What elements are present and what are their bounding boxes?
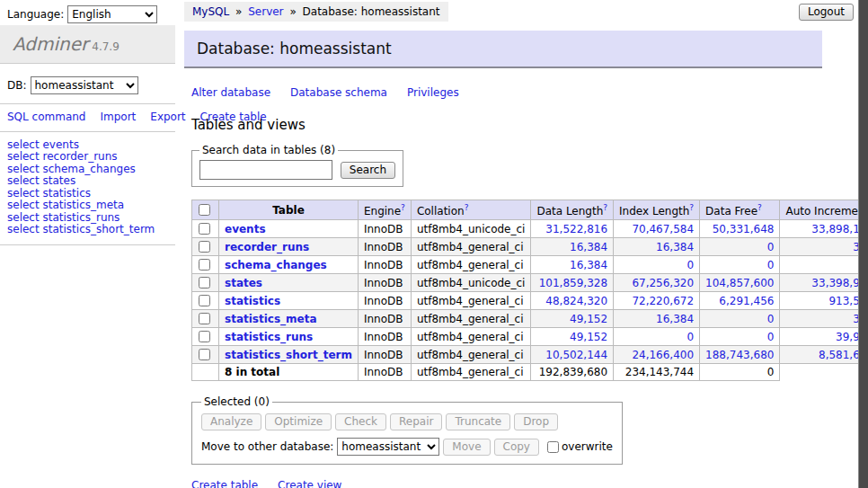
table-link-statistics[interactable]: statistics: [225, 295, 280, 307]
sidebar-table-statistics-short-term[interactable]: statistics_short_term: [42, 223, 155, 235]
repair-button[interactable]: Repair: [390, 413, 442, 430]
sidebar-table-events[interactable]: events: [42, 138, 78, 151]
optimize-button[interactable]: Optimize: [265, 413, 332, 430]
sidebar-select-recorder-runs[interactable]: select: [7, 150, 40, 163]
row-checkbox-states[interactable]: [199, 277, 210, 288]
sidebar-select-statistics-meta[interactable]: select: [7, 199, 40, 211]
sidebar-table-statistics-runs[interactable]: statistics_runs: [42, 211, 120, 224]
help-index-length-icon[interactable]: ?: [689, 203, 694, 212]
data-free-link[interactable]: 0: [767, 313, 775, 325]
index-length-link[interactable]: 70,467,584: [632, 223, 694, 235]
table-link-recorder-runs[interactable]: recorder_runs: [225, 241, 309, 253]
sidebar-table-row: select schema_changes: [7, 164, 168, 175]
table-link-statistics-runs[interactable]: statistics_runs: [225, 331, 313, 343]
db-select[interactable]: homeassistant: [31, 76, 138, 94]
db-link-alter-database[interactable]: Alter database: [191, 86, 270, 99]
data-length-link[interactable]: 101,859,328: [539, 277, 607, 289]
table-link-schema-changes[interactable]: schema_changes: [225, 259, 327, 271]
sidebar-table-statistics-meta[interactable]: statistics_meta: [42, 199, 124, 211]
create-link-create-table[interactable]: Create table: [191, 479, 258, 488]
data-free-link[interactable]: 6,291,456: [719, 295, 774, 307]
table-link-statistics-meta[interactable]: statistics_meta: [225, 313, 317, 325]
breadcrumb-separator: »: [289, 5, 296, 18]
move-button[interactable]: Move: [443, 439, 490, 456]
sidebar-select-events[interactable]: select: [7, 138, 40, 151]
index-length-link[interactable]: 0: [686, 331, 694, 343]
data-free-link[interactable]: 104,857,600: [705, 277, 774, 289]
total-data-free: 0: [700, 364, 780, 381]
index-length-link[interactable]: 0: [686, 259, 694, 271]
sidebar-link-sql-command[interactable]: SQL command: [7, 111, 85, 123]
create-link-create-view[interactable]: Create view: [278, 479, 341, 488]
table-link-statistics-short-term[interactable]: statistics_short_term: [225, 349, 352, 361]
table-link-events[interactable]: events: [225, 223, 266, 235]
data-free-link[interactable]: 50,331,648: [713, 223, 775, 235]
index-length-link[interactable]: 67,256,320: [632, 277, 694, 289]
help-data-length-icon[interactable]: ?: [603, 203, 607, 212]
help-data-free-icon[interactable]: ?: [757, 203, 762, 212]
breadcrumb-current: Database: homeassistant: [303, 5, 440, 18]
data-length-link[interactable]: 10,502,144: [545, 349, 607, 361]
language-select[interactable]: English: [67, 5, 157, 23]
collation-value: utf8mb4_general_ci: [411, 238, 531, 256]
overwrite-label: overwrite: [562, 440, 613, 453]
tables-overview-table: TableEngine?Collation?Data Length?Index …: [191, 200, 868, 381]
sidebar-select-statistics-runs[interactable]: select: [7, 211, 40, 224]
vertical-scrollbar[interactable]: [858, 0, 868, 488]
search-button[interactable]: Search: [341, 162, 395, 179]
data-free-link[interactable]: 0: [767, 241, 775, 253]
help-collation-icon[interactable]: ?: [465, 203, 469, 212]
engine-value: InnoDB: [358, 238, 411, 256]
analyze-button[interactable]: Analyze: [201, 413, 261, 430]
data-free-link[interactable]: 188,743,680: [705, 349, 774, 361]
help-engine-icon[interactable]: ?: [401, 203, 405, 212]
row-checkbox-statistics-meta[interactable]: [199, 313, 210, 324]
index-length-link[interactable]: 72,220,672: [632, 295, 694, 307]
data-length-link[interactable]: 48,824,320: [545, 295, 607, 307]
sidebar-table-statistics[interactable]: statistics: [42, 187, 91, 200]
data-length-link[interactable]: 16,384: [570, 259, 607, 271]
sidebar-table-row: select recorder_runs: [7, 151, 168, 163]
data-length-link[interactable]: 16,384: [570, 241, 607, 253]
copy-button[interactable]: Copy: [494, 439, 539, 456]
sidebar-select-states[interactable]: select: [7, 174, 40, 187]
sidebar-table-row: select statistics: [7, 188, 168, 200]
row-checkbox-events[interactable]: [199, 223, 210, 235]
data-free-link[interactable]: 0: [767, 259, 775, 271]
breadcrumb-mysql-link[interactable]: MySQL: [192, 5, 229, 18]
data-free-link[interactable]: 0: [767, 331, 775, 343]
search-input[interactable]: [199, 160, 332, 180]
sidebar: Adminer4.7.9 DB:homeassistant SQL comman…: [0, 25, 175, 245]
app-logo: Adminer4.7.9: [0, 25, 175, 64]
data-length-link[interactable]: 49,152: [570, 331, 607, 343]
index-length-link[interactable]: 16,384: [656, 313, 694, 325]
overwrite-checkbox[interactable]: [547, 441, 559, 453]
row-checkbox-statistics-short-term[interactable]: [199, 349, 210, 360]
move-db-select[interactable]: homeassistant: [337, 438, 439, 456]
breadcrumb-server-link[interactable]: Server: [248, 5, 283, 18]
row-checkbox-statistics-runs[interactable]: [199, 331, 210, 342]
sidebar-select-schema-changes[interactable]: select: [7, 163, 40, 175]
sidebar-table-states[interactable]: states: [42, 174, 75, 187]
sidebar-table-schema-changes[interactable]: schema_changes: [42, 163, 135, 175]
table-link-states[interactable]: states: [225, 277, 262, 289]
db-link-database-schema[interactable]: Database schema: [290, 86, 387, 99]
index-length-link[interactable]: 24,166,400: [632, 349, 694, 361]
sidebar-link-import[interactable]: Import: [100, 111, 136, 123]
sidebar-link-export[interactable]: Export: [150, 111, 185, 123]
data-length-link[interactable]: 49,152: [570, 313, 607, 325]
sidebar-select-statistics[interactable]: select: [7, 187, 40, 200]
row-checkbox-recorder-runs[interactable]: [199, 241, 210, 253]
db-link-privileges[interactable]: Privileges: [407, 86, 459, 99]
truncate-button[interactable]: Truncate: [446, 413, 510, 430]
data-length-link[interactable]: 31,522,816: [545, 223, 607, 235]
row-checkbox-schema-changes[interactable]: [199, 259, 210, 271]
index-length-link[interactable]: 16,384: [656, 241, 694, 253]
select-all-checkbox[interactable]: [199, 204, 210, 216]
sidebar-select-statistics-short-term[interactable]: select: [7, 223, 40, 235]
row-checkbox-statistics[interactable]: [199, 295, 210, 306]
table-total-row: 8 in total InnoDB utf8mb4_general_ci 192…: [192, 364, 868, 381]
drop-button[interactable]: Drop: [514, 413, 558, 430]
sidebar-table-recorder-runs[interactable]: recorder_runs: [42, 150, 117, 163]
check-button[interactable]: Check: [335, 413, 386, 430]
